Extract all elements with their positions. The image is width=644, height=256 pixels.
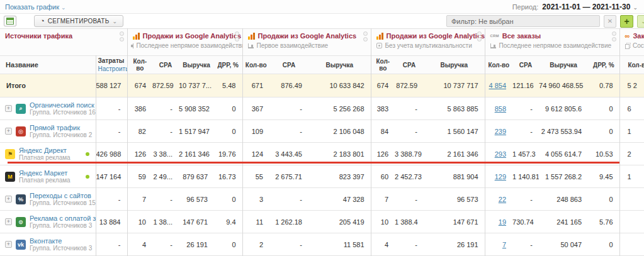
value-cell: 0: [588, 120, 619, 143]
column-header[interactable]: Выручка: [539, 56, 588, 74]
group-settings[interactable]: [363, 31, 368, 42]
value-cell: 9.4: [214, 211, 242, 233]
value-cell: 823 397: [308, 165, 371, 188]
value-cell: 588 127: [96, 74, 127, 97]
gear-icon[interactable]: [477, 31, 482, 36]
gear-icon[interactable]: [363, 31, 368, 36]
filter-dropdown-button[interactable]: ⌄: [637, 15, 644, 28]
segment-button[interactable]: ◔ СЕГМЕНТИРОВАТЬ ⌄: [34, 15, 123, 27]
value-cell: -: [512, 233, 539, 256]
source-name-link[interactable]: Яндекс Директ: [19, 147, 67, 154]
value-cell: 47 328: [308, 188, 371, 211]
value-cell: 1 560 147: [424, 120, 485, 143]
gear-icon[interactable]: [120, 37, 124, 42]
value-cell: 26 191: [424, 233, 485, 256]
source-name-link[interactable]: Прямой трафик: [30, 124, 80, 131]
group-settings[interactable]: [612, 31, 616, 42]
source-name-link[interactable]: Вконтакте: [30, 237, 62, 245]
gear-icon[interactable]: [235, 37, 239, 42]
column-header[interactable]: Кол-во: [485, 56, 512, 74]
orders-count-link[interactable]: 19: [499, 218, 506, 226]
gear-icon[interactable]: [235, 31, 239, 36]
gear-icon[interactable]: [612, 37, 616, 42]
show-chart-label[interactable]: Показать график: [5, 3, 59, 11]
source-name-link[interactable]: Органический поиск: [30, 101, 94, 109]
value-cell: 858: [485, 97, 512, 120]
column-header[interactable]: ЗатратыНастроить?: [96, 56, 127, 74]
configure-costs-link[interactable]: Настроить: [98, 65, 128, 72]
expand-button[interactable]: +: [5, 128, 12, 135]
gear-icon[interactable]: [363, 37, 368, 42]
value-cell: [619, 188, 644, 211]
gear-icon[interactable]: [477, 37, 482, 42]
column-header[interactable]: Выручка: [308, 56, 371, 74]
column-header[interactable]: Название: [0, 56, 96, 74]
column-header-label: CPA: [283, 62, 295, 69]
table-row: +%Переходы с сайтовГруппа. Источников 15…: [0, 188, 644, 211]
column-header[interactable]: CPA: [395, 56, 424, 74]
value-cell: -: [395, 97, 424, 120]
column-header-label: Выручка: [183, 62, 210, 69]
value-cell: 121.16: [512, 74, 539, 97]
organic-search-icon: ⌕: [16, 104, 26, 114]
value-cell: 109: [242, 120, 269, 143]
source-name-cell: +⌕Органический поискГруппа. Источников 1…: [0, 97, 96, 120]
column-header[interactable]: ДРР, %: [214, 56, 242, 74]
chevron-down-icon: ⌄: [633, 4, 638, 11]
orders-count-link[interactable]: 293: [495, 150, 506, 158]
group-settings[interactable]: [120, 31, 124, 42]
filter-clear-button[interactable]: ✕: [604, 15, 616, 28]
source-subtitle: Группа. Источников 3: [30, 245, 92, 252]
column-header[interactable]: Кол-во: [127, 56, 152, 74]
group-title: Заказы: [633, 32, 644, 40]
column-header[interactable]: Выручка: [179, 56, 214, 74]
value-cell: 1 517 947: [179, 120, 214, 143]
value-cell: -: [269, 188, 308, 211]
expand-button[interactable]: +: [5, 196, 12, 203]
column-header[interactable]: Кол-во: [242, 56, 269, 74]
source-name-link[interactable]: Переходы с сайтов: [30, 192, 91, 199]
orders-count-link[interactable]: 4 854: [489, 82, 507, 89]
value-cell: 0: [588, 233, 619, 256]
export-report-button[interactable]: [4, 16, 16, 26]
gear-icon[interactable]: [612, 31, 616, 36]
show-chart-link[interactable]: Показать график⌄: [5, 3, 66, 11]
gear-icon[interactable]: [120, 31, 124, 36]
value-cell: 1 262.18: [269, 211, 308, 233]
filter-controls: ✕ + ⌄: [446, 15, 644, 28]
orders-count-link[interactable]: 7: [502, 241, 506, 248]
column-header[interactable]: Выручка: [424, 56, 485, 74]
filter-input[interactable]: [446, 15, 600, 27]
ppc-ads-icon: ⊙: [16, 217, 26, 227]
value-cell: 0: [588, 188, 619, 211]
expand-button[interactable]: +: [5, 218, 12, 225]
orders-count-link[interactable]: 129: [495, 173, 506, 181]
column-header[interactable]: CPA: [512, 56, 539, 74]
period-value[interactable]: 2021-11-01 — 2021-11-30: [542, 3, 630, 11]
column-header[interactable]: CPA: [269, 56, 308, 74]
column-header[interactable]: Кол-во: [619, 56, 644, 74]
source-name-link[interactable]: Реклама с оплатой за клик: [30, 214, 96, 222]
value-cell: 5 256 268: [308, 97, 371, 120]
value-cell: 147 671: [179, 211, 214, 233]
period-control[interactable]: Период:2021-11-01 — 2021-11-30⌄: [512, 3, 638, 11]
orders-count-link[interactable]: 858: [495, 105, 506, 113]
expand-button[interactable]: +: [5, 241, 12, 248]
value-cell: -: [96, 233, 127, 256]
source-name-link[interactable]: Яндекс Маркет: [19, 169, 67, 177]
filter-add-button[interactable]: +: [620, 15, 633, 28]
column-header[interactable]: CPA: [152, 56, 179, 74]
column-header[interactable]: Кол-во: [371, 56, 395, 74]
group-settings[interactable]: [477, 31, 482, 42]
group-settings[interactable]: [235, 31, 239, 42]
expand-button[interactable]: +: [5, 105, 12, 112]
group-subtitle: Первое взаимодействие: [257, 42, 329, 49]
value-cell: -: [395, 233, 424, 256]
source-name-cell: +%Переходы с сайтовГруппа. Источников 15…: [0, 188, 96, 211]
value-cell: 383: [371, 97, 395, 120]
value-cell: 674: [127, 74, 152, 97]
orders-count-link[interactable]: 22: [499, 196, 506, 203]
total-row: Итого588 127674872.5910 737 7...5.486718…: [0, 74, 644, 97]
column-header[interactable]: ДРР, %: [588, 56, 619, 74]
orders-count-link[interactable]: 239: [495, 128, 506, 135]
